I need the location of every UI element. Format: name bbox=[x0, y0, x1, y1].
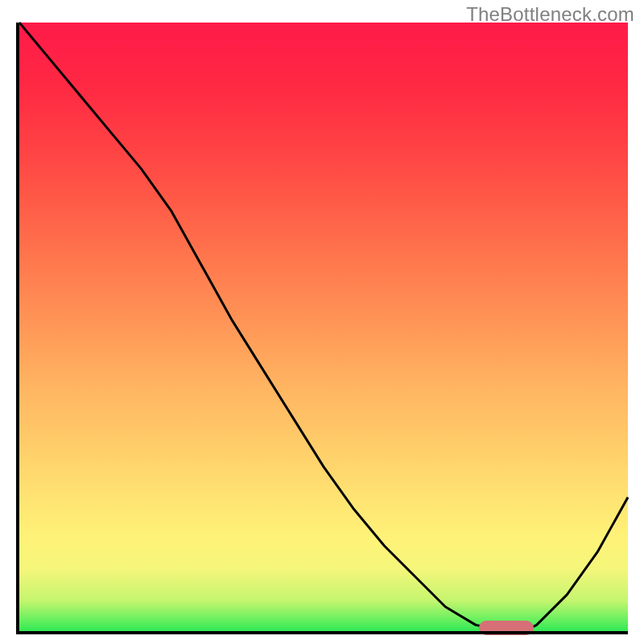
bottleneck-curve bbox=[19, 23, 628, 631]
y-axis bbox=[16, 23, 19, 634]
curve-path bbox=[19, 23, 628, 631]
chart-container: TheBottleneck.com bbox=[0, 0, 644, 644]
x-axis bbox=[16, 631, 628, 634]
